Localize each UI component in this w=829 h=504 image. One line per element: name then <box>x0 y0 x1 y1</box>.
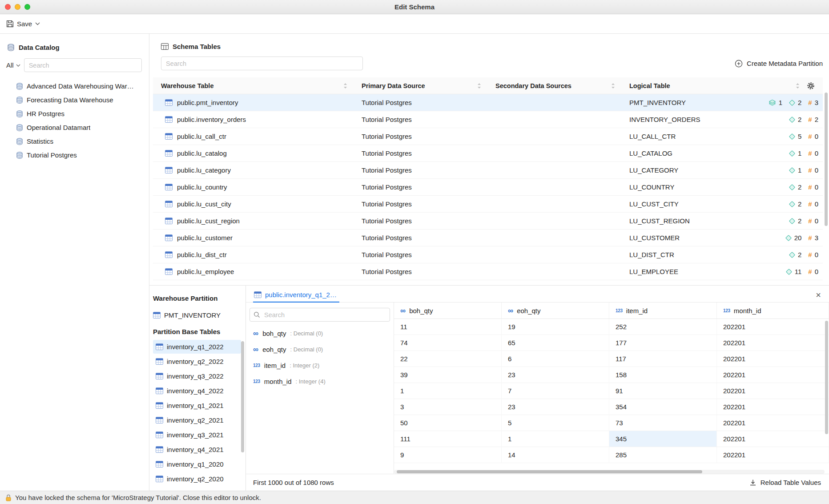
grid-row[interactable]: 50 5 73 202201 <box>394 415 829 431</box>
create-metadata-partition-label: Create Metadata Partition <box>747 60 823 67</box>
catalog-search-input[interactable] <box>24 58 142 72</box>
integer-type-icon: 123 <box>253 379 260 384</box>
schema-table-row[interactable]: public.lu_category Tutorial Postgres LU_… <box>153 162 823 179</box>
column-settings-button[interactable] <box>807 82 815 90</box>
catalog-source-item[interactable]: Statistics <box>0 134 149 148</box>
close-window-button[interactable] <box>5 4 11 10</box>
warehouse-table-cell: public.lu_customer <box>153 234 355 242</box>
close-preview-button[interactable]: × <box>815 288 822 302</box>
table-preview-panel: public.inventory_q1_2… × <box>246 286 829 491</box>
schema-tables-search-input[interactable] <box>161 56 363 70</box>
fields-search-input[interactable] <box>250 308 390 322</box>
column-header-primary-data-source[interactable]: Primary Data Source <box>355 77 489 94</box>
grid-cell: 9 <box>394 447 502 463</box>
attribute-icon <box>789 99 795 105</box>
schema-table-row[interactable]: public.lu_call_ctr Tutorial Postgres LU_… <box>153 128 823 145</box>
grid-row[interactable]: 111 1 345 202201 <box>394 431 829 447</box>
base-table-item[interactable]: inventory_q2_2022 <box>153 355 241 368</box>
grid-row[interactable]: 1 7 91 202201 <box>394 383 829 399</box>
schema-table-row[interactable]: public.lu_dist_ctr Tutorial Postgres LU_… <box>153 246 823 263</box>
grid-cell: 158 <box>609 367 717 383</box>
attribute-icon <box>789 116 795 122</box>
fact-count-badge: # 0 <box>808 268 818 275</box>
warehouse-table-name: public.lu_dist_ctr <box>177 251 227 258</box>
grid-horizontal-scrollbar[interactable] <box>394 470 825 474</box>
table-icon <box>165 116 173 123</box>
reload-table-values-button[interactable]: Reload Table Values <box>749 479 821 486</box>
field-item[interactable]: 123 month_id Integer (4) <box>250 373 390 389</box>
base-tables-scrollbar[interactable] <box>241 341 244 452</box>
table-icon <box>165 268 173 275</box>
base-table-item[interactable]: inventory_q1_2021 <box>153 399 241 412</box>
base-table-item[interactable]: inventory_q2_2021 <box>153 413 241 427</box>
schema-table-row[interactable]: public.inventory_orders Tutorial Postgre… <box>153 111 823 128</box>
partition-table-item[interactable]: PMT_INVENTORY <box>153 307 245 323</box>
schema-table-row[interactable]: public.pmt_inventory Tutorial Postgres P… <box>153 94 823 111</box>
base-table-item[interactable]: inventory_q4_2021 <box>153 443 241 456</box>
grid-cell: 7 <box>502 383 609 399</box>
grid-vertical-scrollbar[interactable] <box>825 321 828 434</box>
schema-table-row[interactable]: public.lu_country Tutorial Postgres LU_C… <box>153 179 823 196</box>
catalog-source-item[interactable]: Advanced Data Warehousing War… <box>0 79 149 93</box>
schema-table-row[interactable]: public.lu_cust_region Tutorial Postgres … <box>153 213 823 230</box>
schema-search-row: Create Metadata Partition <box>153 56 823 70</box>
schema-table-row[interactable]: public.lu_customer Tutorial Postgres LU_… <box>153 230 823 246</box>
schema-table-row[interactable]: public.lu_catalog Tutorial Postgres LU_C… <box>153 145 823 162</box>
catalog-source-item[interactable]: Forecasting Data Warehouse <box>0 93 149 107</box>
grid-column-header[interactable]: ∞ eoh_qty <box>502 302 609 319</box>
column-header-secondary-data-sources[interactable]: Secondary Data Sources <box>489 77 623 94</box>
zoom-window-button[interactable] <box>24 4 30 10</box>
field-name: eoh_qty <box>262 346 286 353</box>
database-stack-icon <box>7 44 15 51</box>
grid-column-header[interactable]: 123 item_id <box>609 302 717 319</box>
column-header-logical-table[interactable]: Logical Table <box>623 77 823 94</box>
schema-tables-scrollbar[interactable] <box>825 93 828 226</box>
table-icon <box>165 218 173 224</box>
base-table-item[interactable]: inventory_q2_2020 <box>153 472 241 486</box>
catalog-filter-value: All <box>6 61 14 69</box>
grid-row[interactable]: 3 23 354 202201 <box>394 399 829 415</box>
grid-cell: 202201 <box>717 447 829 463</box>
grid-row[interactable]: 74 65 177 202201 <box>394 335 829 351</box>
warehouse-partition-title: Warehouse Partition <box>153 294 245 302</box>
catalog-source-item[interactable]: HR Postgres <box>0 107 149 121</box>
warehouse-table-cell: public.lu_country <box>153 183 355 191</box>
base-table-item[interactable]: inventory_q4_2022 <box>153 384 241 398</box>
grid-column-header[interactable]: 123 month_id <box>717 302 829 319</box>
grid-horizontal-scrollbar-thumb[interactable] <box>397 470 702 473</box>
field-type: Decimal (0) <box>290 330 323 337</box>
field-item[interactable]: 123 item_id Integer (2) <box>250 357 390 373</box>
logical-table-name: LU_CATEGORY <box>629 166 678 174</box>
field-item[interactable]: ∞ eoh_qty Decimal (0) <box>250 341 390 357</box>
base-table-item[interactable]: inventory_q3_2021 <box>153 428 241 442</box>
field-item[interactable]: ∞ boh_qty Decimal (0) <box>250 325 390 341</box>
save-button[interactable]: Save <box>6 20 40 28</box>
logical-table-cell: LU_EMPLOYEE 11 # <box>623 268 823 275</box>
fact-count: 3 <box>815 234 818 242</box>
reload-table-values-label: Reload Table Values <box>761 479 821 486</box>
catalog-source-item[interactable]: Tutorial Postgres <box>0 148 149 162</box>
base-table-item[interactable]: inventory_q1_2020 <box>153 457 241 471</box>
grid-row[interactable]: 39 23 158 202201 <box>394 367 829 383</box>
schema-table-row[interactable]: public.lu_cust_city Tutorial Postgres LU… <box>153 196 823 213</box>
grid-column-header[interactable]: ∞ boh_qty <box>394 302 502 319</box>
minimize-window-button[interactable] <box>15 4 20 10</box>
preview-tabbar: public.inventory_q1_2… × <box>246 286 829 302</box>
grid-row[interactable]: 9 14 285 202201 <box>394 447 829 463</box>
schema-table-row[interactable]: public.lu_employee Tutorial Postgres LU_… <box>153 263 823 280</box>
grid-cell: 177 <box>609 335 717 351</box>
grid-cell: 345 <box>609 431 717 447</box>
logical-table-cell: LU_COUNTRY 2 # <box>623 183 823 191</box>
catalog-filter-dropdown[interactable]: All <box>6 61 20 69</box>
preview-tab[interactable]: public.inventory_q1_2… <box>253 287 339 302</box>
grid-row[interactable]: 11 19 252 202201 <box>394 319 829 335</box>
base-table-item[interactable]: inventory_q1_2022 <box>153 340 241 354</box>
attribute-icon <box>789 218 795 224</box>
attribute-count-badge: 20 <box>785 234 802 242</box>
base-table-item[interactable]: inventory_q3_2022 <box>153 369 241 383</box>
object-count-badges: 20 # 3 <box>785 234 818 242</box>
column-header-warehouse-table[interactable]: Warehouse Table <box>153 77 355 94</box>
create-metadata-partition-button[interactable]: Create Metadata Partition <box>735 60 823 68</box>
catalog-source-item[interactable]: Operational Datamart <box>0 121 149 134</box>
grid-row[interactable]: 22 6 117 202201 <box>394 351 829 367</box>
